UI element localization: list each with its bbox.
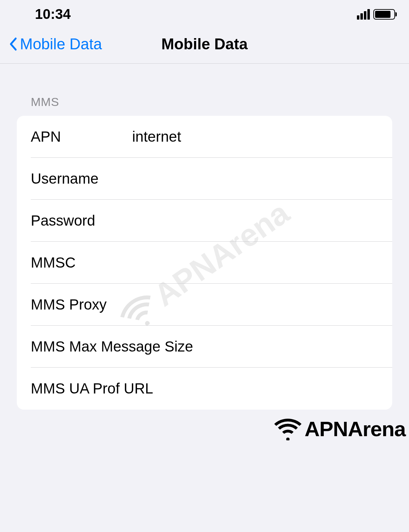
cellular-signal-icon (357, 9, 370, 20)
status-indicators (357, 9, 395, 20)
status-time: 10:34 (35, 6, 71, 22)
row-mms-max-size[interactable]: MMS Max Message Size (17, 326, 392, 368)
label-mms-proxy: MMS Proxy (31, 296, 132, 313)
settings-group-mms: APN Username Password MMSC MMS Proxy MMS… (17, 116, 392, 410)
row-mmsc[interactable]: MMSC (17, 242, 392, 284)
chevron-left-icon (9, 37, 17, 51)
label-password: Password (31, 212, 132, 229)
label-username: Username (31, 170, 132, 187)
brand-name: APNArena (304, 417, 406, 441)
input-apn[interactable] (132, 128, 378, 145)
row-mms-ua-prof[interactable]: MMS UA Prof URL (17, 368, 392, 410)
input-password[interactable] (132, 212, 378, 229)
label-mms-max-size: MMS Max Message Size (31, 338, 193, 355)
input-mms-ua-prof[interactable] (153, 380, 378, 397)
row-apn[interactable]: APN (17, 116, 392, 158)
row-password[interactable]: Password (17, 200, 392, 242)
back-label: Mobile Data (20, 35, 102, 53)
input-mmsc[interactable] (132, 254, 378, 271)
content-area: MMS APN Username Password MMSC MMS Proxy (0, 64, 409, 410)
input-username[interactable] (132, 170, 378, 187)
section-header-mms: MMS (17, 64, 392, 116)
wifi-icon (273, 418, 303, 440)
label-mms-ua-prof: MMS UA Prof URL (31, 380, 153, 397)
back-button[interactable]: Mobile Data (9, 35, 102, 53)
status-bar: 10:34 (0, 0, 409, 28)
brand-logo: APNArena (273, 417, 409, 441)
label-apn: APN (31, 128, 132, 145)
row-mms-proxy[interactable]: MMS Proxy (17, 284, 392, 326)
label-mmsc: MMSC (31, 254, 132, 271)
input-mms-proxy[interactable] (132, 296, 378, 313)
battery-icon (373, 9, 395, 20)
row-username[interactable]: Username (17, 158, 392, 200)
input-mms-max-size[interactable] (193, 338, 378, 355)
navigation-bar: Mobile Data Mobile Data (0, 28, 409, 64)
page-title: Mobile Data (162, 35, 248, 53)
